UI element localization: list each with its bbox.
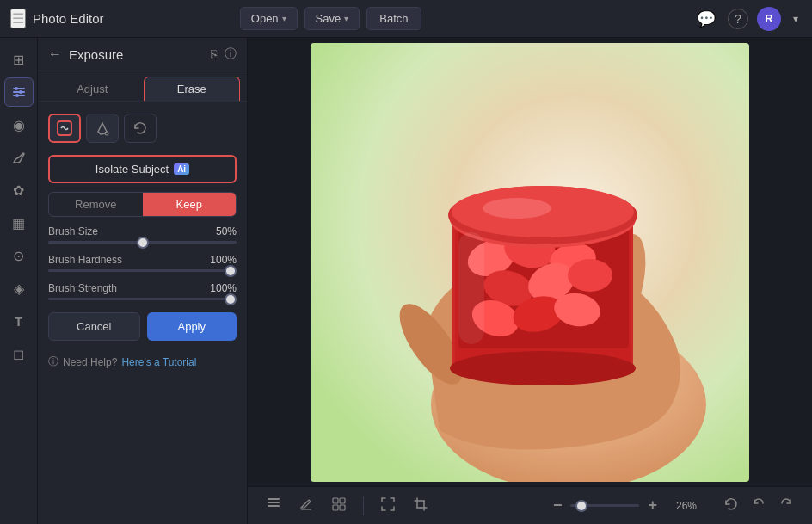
sliders-group: Brush Size 50% Brush Hardness 100% Brush… bbox=[48, 225, 237, 300]
brush-strength-slider-row: Brush Strength 100% bbox=[48, 282, 237, 300]
chat-icon[interactable]: 💬 bbox=[693, 6, 719, 32]
help-text: Need Help? bbox=[63, 356, 117, 368]
back-button[interactable]: ← bbox=[48, 46, 62, 62]
topbar-right: 💬 ? R ▾ bbox=[693, 6, 802, 32]
sidebar-item-adjustments[interactable] bbox=[4, 77, 34, 107]
svg-point-5 bbox=[15, 94, 19, 97]
brush-size-slider[interactable] bbox=[48, 241, 237, 244]
topbar-center: Open ▾ Save ▾ Batch bbox=[240, 7, 421, 30]
zoom-in-button[interactable]: + bbox=[643, 493, 662, 518]
panel-content: Isolate Subject Ai Remove Keep Brush Siz… bbox=[38, 102, 247, 379]
edit-bottom-icon[interactable] bbox=[294, 494, 318, 517]
redo-button[interactable] bbox=[774, 494, 798, 517]
adjustments-icon bbox=[11, 84, 27, 100]
sidebar-item-layers[interactable]: ⊞ bbox=[4, 45, 34, 74]
history-buttons bbox=[719, 494, 798, 517]
menu-icon[interactable]: ☰ bbox=[10, 9, 26, 28]
zoom-out-button[interactable]: − bbox=[548, 493, 568, 518]
brush-hardness-slider-row: Brush Hardness 100% bbox=[48, 254, 237, 272]
topbar: ☰ Photo Editor Open ▾ Save ▾ Batch 💬 ? R… bbox=[0, 0, 812, 38]
svg-rect-36 bbox=[268, 498, 280, 500]
brush-hardness-slider[interactable] bbox=[48, 269, 237, 272]
brush-erase-tool[interactable] bbox=[48, 114, 81, 143]
app-title: Photo Editor bbox=[33, 11, 104, 26]
icon-sidebar: ⊞ ◉ ✿ ▦ ⊙ ◈ T ◻ bbox=[0, 38, 38, 524]
photo-svg bbox=[311, 43, 749, 482]
photo-canvas bbox=[311, 43, 749, 482]
apply-button[interactable]: Apply bbox=[147, 312, 237, 341]
svg-point-31 bbox=[483, 198, 551, 219]
help-icon[interactable]: ? bbox=[728, 9, 748, 29]
restore-icon bbox=[132, 120, 149, 137]
tab-adjust[interactable]: Adjust bbox=[45, 77, 140, 101]
zoom-slider[interactable] bbox=[570, 504, 639, 507]
main-area: ⊞ ◉ ✿ ▦ ⊙ ◈ T ◻ ← Exposure bbox=[0, 38, 812, 524]
tab-erase[interactable]: Erase bbox=[144, 77, 241, 101]
svg-point-24 bbox=[568, 259, 612, 292]
paint-bucket-icon bbox=[94, 120, 111, 137]
svg-rect-34 bbox=[268, 502, 280, 503]
separator-1 bbox=[363, 496, 364, 515]
batch-button[interactable]: Batch bbox=[366, 7, 421, 30]
svg-rect-41 bbox=[340, 505, 345, 510]
open-chevron-icon: ▾ bbox=[282, 14, 286, 23]
svg-rect-35 bbox=[268, 505, 280, 507]
layers-bottom-icon[interactable] bbox=[261, 494, 286, 517]
rotate-left-button[interactable] bbox=[719, 494, 743, 517]
save-button[interactable]: Save ▾ bbox=[304, 7, 360, 30]
svg-point-32 bbox=[450, 351, 636, 385]
ai-badge: Ai bbox=[174, 163, 189, 175]
erase-tools-row bbox=[48, 110, 237, 146]
help-row: ⓘ Need Help? Here's a Tutorial bbox=[48, 353, 237, 371]
crop-icon[interactable] bbox=[409, 494, 433, 517]
keep-toggle-button[interactable]: Keep bbox=[143, 193, 237, 216]
paint-bucket-tool[interactable] bbox=[86, 114, 119, 143]
grid-bottom-icon[interactable] bbox=[327, 494, 351, 517]
brush-erase-icon bbox=[56, 120, 73, 137]
action-row: Cancel Apply bbox=[48, 309, 237, 344]
open-button[interactable]: Open ▾ bbox=[240, 7, 298, 30]
topbar-left: ☰ Photo Editor bbox=[10, 9, 104, 28]
copy-icon[interactable]: ⎘ bbox=[211, 47, 218, 61]
sidebar-item-heal[interactable]: ✿ bbox=[4, 176, 34, 205]
canvas-viewport[interactable] bbox=[248, 38, 812, 486]
zoom-controls: − + 26% bbox=[548, 493, 697, 518]
sidebar-item-text[interactable]: T bbox=[4, 306, 34, 336]
sidebar-item-brush[interactable] bbox=[4, 143, 34, 172]
brush-strength-slider[interactable] bbox=[48, 298, 237, 300]
tutorial-link[interactable]: Here's a Tutorial bbox=[121, 356, 196, 368]
svg-rect-33 bbox=[458, 232, 484, 344]
svg-point-4 bbox=[19, 90, 22, 94]
expand-icon[interactable]: ▾ bbox=[790, 9, 802, 28]
zoom-value: 26% bbox=[666, 500, 697, 512]
panel: ← Exposure ⎘ ⓘ Adjust Erase bbox=[38, 38, 248, 524]
bottom-bar: − + 26% bbox=[248, 486, 812, 524]
panel-header: ← Exposure ⎘ ⓘ bbox=[38, 38, 247, 71]
canvas-area: − + 26% bbox=[248, 38, 812, 524]
panel-tabs: Adjust Erase bbox=[38, 71, 247, 102]
brush-size-slider-row: Brush Size 50% bbox=[48, 225, 237, 244]
info-icon[interactable]: ⓘ bbox=[225, 46, 237, 62]
isolate-subject-button[interactable]: Isolate Subject Ai bbox=[48, 155, 237, 183]
help-info-icon: ⓘ bbox=[48, 354, 58, 369]
panel-title: Exposure bbox=[69, 47, 204, 62]
svg-rect-38 bbox=[333, 498, 338, 503]
avatar[interactable]: R bbox=[757, 7, 781, 31]
remove-toggle-button[interactable]: Remove bbox=[49, 193, 143, 216]
sidebar-item-frame[interactable]: ◻ bbox=[4, 339, 34, 368]
remove-keep-toggle: Remove Keep bbox=[48, 192, 237, 217]
undo-button[interactable] bbox=[747, 494, 771, 517]
svg-point-3 bbox=[15, 87, 18, 90]
svg-rect-40 bbox=[333, 505, 338, 510]
cancel-button[interactable]: Cancel bbox=[48, 312, 140, 341]
sidebar-item-collage[interactable]: ▦ bbox=[4, 208, 34, 237]
sidebar-item-people[interactable]: ⊙ bbox=[4, 241, 34, 270]
fit-screen-icon[interactable] bbox=[376, 494, 400, 517]
sidebar-item-eye[interactable]: ◉ bbox=[4, 110, 34, 139]
sidebar-item-effects[interactable]: ◈ bbox=[4, 274, 34, 303]
restore-tool[interactable] bbox=[124, 114, 157, 143]
svg-rect-39 bbox=[340, 498, 345, 503]
save-chevron-icon: ▾ bbox=[344, 14, 348, 23]
brush-icon bbox=[11, 150, 27, 165]
